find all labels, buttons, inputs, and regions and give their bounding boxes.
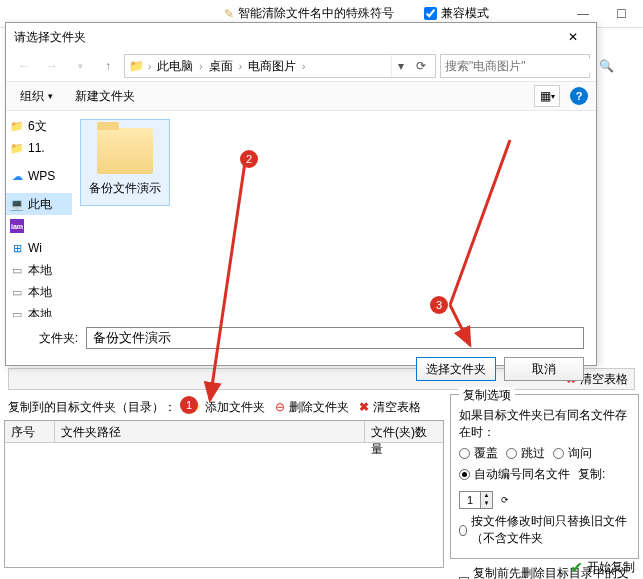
folder-icon: 📁 bbox=[129, 59, 144, 73]
dest-label: 复制到的目标文件夹（目录）： bbox=[8, 399, 176, 416]
organize-button[interactable]: 组织 ▾ bbox=[14, 86, 59, 107]
folder-item-selected[interactable]: 备份文件演示 bbox=[80, 119, 170, 206]
close-icon: ✖ bbox=[359, 400, 369, 414]
cloud-icon: ☁ bbox=[10, 169, 24, 183]
drive-icon: ▭ bbox=[10, 307, 24, 317]
spin-down[interactable]: ▼ bbox=[481, 500, 492, 508]
minus-icon: ⊖ bbox=[275, 400, 285, 414]
col-path[interactable]: 文件夹路径 bbox=[55, 421, 365, 442]
chevron-right-icon: › bbox=[302, 61, 305, 72]
iam-icon: iam bbox=[10, 219, 24, 233]
pencil-icon: ✎ bbox=[224, 7, 234, 21]
breadcrumb-item[interactable]: 电商图片 bbox=[244, 58, 300, 75]
computer-icon: 💻 bbox=[10, 197, 24, 211]
drive-icon: ▭ bbox=[10, 263, 24, 277]
refresh-button[interactable]: ⟳ bbox=[411, 59, 431, 73]
checkmark-icon: ✔ bbox=[570, 558, 583, 577]
radio-skip[interactable]: 跳过 bbox=[506, 445, 545, 462]
sidebar-item[interactable]: iamiam bbox=[6, 215, 72, 237]
radio-ask[interactable]: 询问 bbox=[553, 445, 592, 462]
windows-icon: ⊞ bbox=[10, 241, 24, 255]
search-icon: 🔍 bbox=[599, 59, 614, 73]
annotation-1: 1 bbox=[180, 396, 198, 414]
folder-icon: 📁 bbox=[10, 119, 24, 133]
nav-dropdown-button[interactable]: ▾ bbox=[68, 54, 92, 78]
copy-options-panel: 复制选项 如果目标文件夹已有同名文件存在时： 覆盖 跳过 询问 自动编号同名文件… bbox=[450, 394, 639, 559]
dup-label: 如果目标文件夹已有同名文件存在时： bbox=[459, 407, 630, 441]
sidebar-item-this-pc[interactable]: 💻此电 bbox=[6, 193, 72, 215]
search-box[interactable]: 🔍 bbox=[440, 54, 590, 78]
annotation-2: 2 bbox=[240, 150, 258, 168]
annotation-3: 3 bbox=[430, 296, 448, 314]
spinner-icon: ⟳ bbox=[501, 495, 509, 505]
folder-picker-dialog: 请选择文件夹 ✕ ← → ▾ ↑ 📁 › 此电脑 › 桌面 › 电商图片 › ▾… bbox=[5, 22, 597, 366]
view-mode-button[interactable]: ▦ ▾ bbox=[534, 85, 560, 107]
drive-icon: ▭ bbox=[10, 285, 24, 299]
cancel-button[interactable]: 取消 bbox=[504, 357, 584, 381]
dialog-title: 请选择文件夹 bbox=[14, 29, 558, 46]
spin-up[interactable]: ▲ bbox=[481, 492, 492, 500]
delete-folder-button[interactable]: ⊖ 删除文件夹 bbox=[275, 399, 349, 416]
col-count[interactable]: 文件(夹)数量 bbox=[365, 421, 443, 442]
radio-bytime[interactable]: 按文件修改时间只替换旧文件（不含文件夹 bbox=[459, 513, 630, 547]
window-title: 智能清除文件名中的特殊符号 bbox=[238, 5, 394, 22]
breadcrumb[interactable]: 📁 › 此电脑 › 桌面 › 电商图片 › ▾ ⟳ bbox=[124, 54, 436, 78]
sidebar-item[interactable]: 📁11. bbox=[6, 137, 72, 159]
start-copy-button[interactable]: ✔ 开始复制 bbox=[570, 558, 635, 577]
chevron-down-icon: ▾ bbox=[48, 91, 53, 101]
new-folder-button[interactable]: 新建文件夹 bbox=[69, 86, 141, 107]
folder-icon bbox=[97, 128, 153, 174]
sidebar-item[interactable]: ▭本地 bbox=[6, 281, 72, 303]
folder-field-label: 文件夹: bbox=[18, 330, 78, 347]
sidebar-item[interactable]: ⊞Wi bbox=[6, 237, 72, 259]
breadcrumb-dropdown[interactable]: ▾ bbox=[391, 55, 409, 77]
breadcrumb-item[interactable]: 桌面 bbox=[205, 58, 237, 75]
chevron-right-icon: › bbox=[199, 61, 202, 72]
sidebar-item[interactable]: ▭本地 bbox=[6, 303, 72, 317]
copy-count-spinner[interactable]: ▲▼ bbox=[459, 491, 493, 509]
sidebar-item[interactable]: ☁WPS bbox=[6, 165, 72, 187]
col-index[interactable]: 序号 bbox=[5, 421, 55, 442]
compat-mode-checkbox[interactable]: 兼容模式 bbox=[424, 5, 489, 22]
radio-autonum[interactable]: 自动编号同名文件 bbox=[459, 466, 570, 483]
maximize-button[interactable]: ☐ bbox=[603, 2, 639, 26]
sidebar: 📁6文 📁11. ☁WPS 💻此电 iamiam ⊞Wi ▭本地 ▭本地 ▭本地… bbox=[6, 111, 72, 317]
nav-back-button[interactable]: ← bbox=[12, 54, 36, 78]
sidebar-item[interactable]: ▭本地 bbox=[6, 259, 72, 281]
folder-item-label: 备份文件演示 bbox=[85, 180, 165, 197]
folder-content-area[interactable]: 备份文件演示 bbox=[72, 111, 596, 317]
breadcrumb-item[interactable]: 此电脑 bbox=[153, 58, 197, 75]
chevron-right-icon: › bbox=[239, 61, 242, 72]
folder-icon: 📁 bbox=[10, 141, 24, 155]
nav-forward-button[interactable]: → bbox=[40, 54, 64, 78]
radio-overwrite[interactable]: 覆盖 bbox=[459, 445, 498, 462]
dialog-close-button[interactable]: ✕ bbox=[558, 25, 588, 49]
chevron-right-icon: › bbox=[148, 61, 151, 72]
add-folder-button[interactable]: 📂 添加文件夹 bbox=[186, 399, 265, 416]
sidebar-item[interactable]: 📁6文 bbox=[6, 115, 72, 137]
nav-up-button[interactable]: ↑ bbox=[96, 54, 120, 78]
select-folder-button[interactable]: 选择文件夹 bbox=[416, 357, 496, 381]
clear-table-button[interactable]: ✖ 清空表格 bbox=[359, 399, 421, 416]
help-button[interactable]: ? bbox=[570, 87, 588, 105]
folder-name-input[interactable] bbox=[86, 327, 584, 349]
dest-table[interactable]: 序号 文件夹路径 文件(夹)数量 bbox=[4, 420, 444, 568]
search-input[interactable] bbox=[445, 59, 595, 73]
